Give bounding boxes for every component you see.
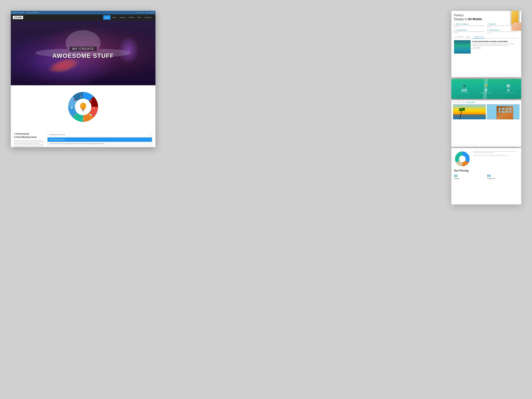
- logo[interactable]: ZOOM: [13, 16, 23, 19]
- team-title-bold: Professional: [16, 133, 29, 135]
- portfolio-tab-latest[interactable]: LATEST: [461, 102, 465, 103]
- pricing-title: Our Pricing: [454, 169, 519, 172]
- rpu-title-bold: All Mobile: [468, 18, 482, 21]
- team-body: Lorem ipsum is simply dummy text of the …: [14, 140, 44, 147]
- topbar-separator: |: [25, 12, 25, 13]
- stat-courses: 🎓 102 Total Courses: [453, 84, 475, 93]
- svg-point-4: [80, 103, 86, 109]
- svg-point-7: [82, 104, 83, 106]
- svg-rect-37: [509, 111, 512, 113]
- right-panel-portfolio: PRINT MEDIA LATEST DIGITAL GROUP: [451, 100, 521, 147]
- right-panel-pricing: Lorem ipsum of page order during at euis…: [451, 148, 521, 204]
- svg-rect-30: [498, 108, 501, 110]
- accordion-label-1: Font Awesome Icons Used: [49, 134, 65, 135]
- accordion-item-3: Visual Page Builder +: [47, 146, 152, 147]
- portfolio-img-2-svg: [487, 104, 519, 119]
- blog-image-inner: [454, 40, 471, 54]
- pricing-label-2: Professional: [487, 178, 519, 179]
- nav-portfolio[interactable]: Portfolio: [127, 15, 136, 20]
- team-title-prefix: A: [14, 133, 16, 135]
- stat-awards: 🏆 6 Award & Reward: [475, 84, 497, 93]
- twitter-icon[interactable]: t: [135, 12, 135, 13]
- accordion-content-2: Ut cursus massa at urnacula erde. Sed al…: [48, 142, 152, 145]
- stat-awards-label: Award & Reward: [475, 92, 497, 93]
- rpu-title-prefix: PerfectDisplay in: [454, 14, 468, 21]
- topbar-phone: (0800) 123-456-789-90: [27, 12, 39, 13]
- tab-bar: PRINT MEDIA LATEST DIGITAL GROUP: [454, 35, 519, 38]
- hero-subtitle: WE CREATE: [70, 47, 97, 51]
- nav-services[interactable]: Services: [118, 15, 127, 20]
- accordion-item-2: iOS Development Benefits − Ut cursus mas…: [47, 137, 152, 145]
- topbar-contact: info@yourdomain.com | (0800) 123-456-789…: [12, 12, 39, 13]
- team-accordion: Font Awesome Icons Used + iOS Developmen…: [47, 132, 152, 147]
- feature-desc-unlock: Duis autem vel eum iriure dolor in hendr…: [487, 31, 519, 34]
- svg-text:▦: ▦: [82, 118, 84, 120]
- nav-links: Home About Services Portfolio News Conta…: [103, 15, 153, 20]
- feature-amazing: Amazing Feature Duis autem vel eum iriur…: [454, 29, 485, 34]
- read-more-button[interactable]: READ MORE: [472, 47, 481, 49]
- stat-awards-number: 6: [475, 88, 497, 92]
- wheel-svg: 🗂 🖥 ◑ 📊 ▦ 🔒 📄 💼: [65, 89, 101, 125]
- svg-text:🖥: 🖥: [90, 100, 92, 101]
- facebook-icon[interactable]: f: [134, 12, 134, 13]
- svg-point-38: [459, 156, 466, 162]
- portfolio-tab-print[interactable]: PRINT MEDIA: [453, 102, 460, 103]
- accordion-header-3[interactable]: Visual Page Builder +: [48, 146, 152, 147]
- accordion-toggle-1[interactable]: +: [149, 133, 150, 136]
- nav-about[interactable]: About: [111, 15, 118, 20]
- portfolio-tab-digital[interactable]: DIGITAL GROUP: [467, 102, 475, 103]
- stat-courses-label: Total Courses: [453, 92, 475, 93]
- right-panel-stats: 🎓 102 Total Courses 🏆 6 Award & Reward 📊…: [451, 79, 521, 99]
- navbar: ZOOM Home About Services Portfolio News …: [11, 14, 155, 20]
- svg-rect-36: [505, 111, 508, 113]
- phone-mockup: [508, 11, 521, 31]
- right-panel-upper: PerfectDisplay in All Mobile Online Live…: [451, 11, 521, 77]
- blog-body: Ut commodo orci ac mauris blandit elemen…: [472, 43, 519, 46]
- blog-card: Lorem ipsum dolor sit amet, consectetur.…: [454, 40, 519, 54]
- hero-text: WE CREATE AWOESOME STUFF: [52, 47, 114, 59]
- portfolio-grid: [453, 104, 519, 119]
- feature-desc-support: Duis autem vel eum iriure dolor in hendr…: [454, 25, 485, 28]
- nav-home[interactable]: Home: [103, 15, 111, 20]
- pricing-num-2: 03: [487, 174, 519, 178]
- svg-rect-10: [82, 110, 84, 111]
- stat-students-icon: 📊: [497, 84, 519, 88]
- register-link[interactable]: Register: [150, 12, 154, 13]
- rss-icon[interactable]: ◈: [143, 12, 144, 13]
- stat-courses-icon: 🎓: [453, 84, 475, 88]
- svg-rect-31: [502, 108, 504, 110]
- tab-digital-group[interactable]: DIGITAL GROUP: [473, 35, 485, 38]
- blog-title: Lorem ipsum dolor sit amet, consectetur.: [472, 40, 519, 43]
- svg-rect-32: [505, 108, 508, 110]
- portfolio-img-2[interactable]: [487, 104, 519, 119]
- stat-students-number: 6: [497, 88, 519, 92]
- login-link[interactable]: Login: [146, 12, 149, 13]
- hero-section: WE CREATE AWOESOME STUFF: [11, 20, 155, 85]
- linkedin-icon[interactable]: in: [139, 12, 140, 13]
- services-wheel: 🗂 🖥 ◑ 📊 ▦ 🔒 📄 💼: [65, 89, 101, 125]
- stat-students: 📊 6 Active Students: [497, 84, 519, 93]
- accordion-toggle-2[interactable]: −: [149, 139, 150, 141]
- googleplus-icon[interactable]: G+: [136, 12, 138, 13]
- nav-contact[interactable]: Contact Us: [143, 15, 153, 20]
- accordion-toggle-3[interactable]: +: [149, 147, 150, 147]
- team-section: A Professional & Hard Working Team Lorem…: [11, 130, 155, 147]
- accordion-header-1[interactable]: Font Awesome Icons Used +: [48, 132, 152, 137]
- svg-rect-5: [82, 108, 84, 109]
- stats-items: 🎓 102 Total Courses 🏆 6 Award & Reward 📊…: [451, 84, 521, 93]
- instagram-icon[interactable]: ◉: [141, 12, 142, 13]
- svg-text:📄: 📄: [71, 107, 73, 109]
- topbar-email: info@yourdomain.com: [12, 12, 24, 13]
- hero-title: AWOESOME STUFF: [52, 52, 114, 59]
- accordion-header-2[interactable]: iOS Development Benefits −: [48, 138, 152, 142]
- portfolio-img-1[interactable]: [453, 104, 486, 119]
- svg-rect-35: [502, 111, 504, 113]
- svg-text:🗂: 🗂: [80, 95, 82, 97]
- pricing-chart-area: Lorem ipsum of page order during at euis…: [454, 151, 519, 167]
- portfolio-tabs: PRINT MEDIA LATEST DIGITAL GROUP: [453, 102, 519, 103]
- tab-latest[interactable]: LATEST: [465, 35, 473, 38]
- portfolio-img-1-svg: [453, 104, 486, 119]
- tab-print-media[interactable]: PRINT MEDIA: [454, 35, 465, 38]
- pricing-num-1: 02: [454, 174, 485, 178]
- nav-news[interactable]: News: [136, 15, 143, 20]
